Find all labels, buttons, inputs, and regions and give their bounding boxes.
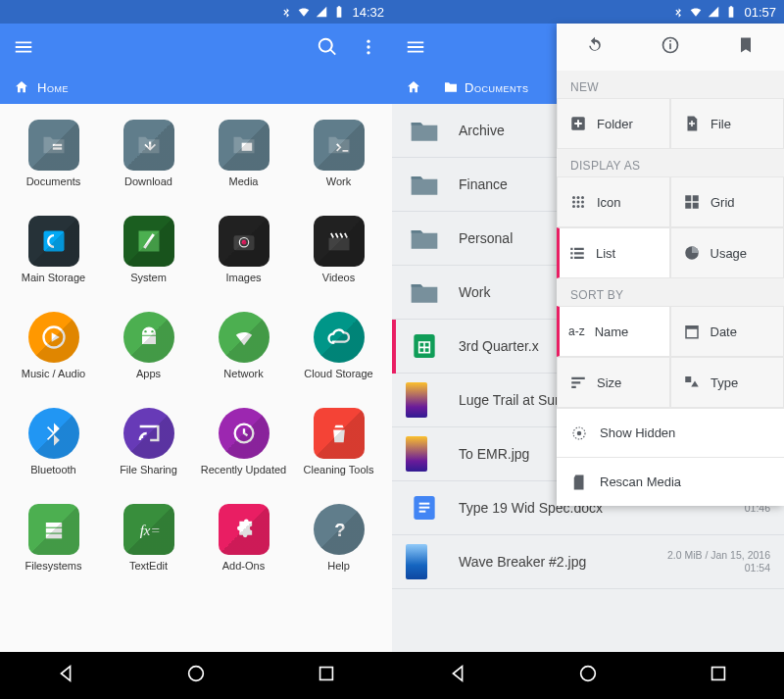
trash-icon (314, 408, 365, 459)
grid-label: Cleaning Tools (304, 464, 374, 475)
grid-label: Apps (136, 368, 161, 379)
grid-item[interactable]: Bluetooth (6, 402, 101, 498)
svg-rect-12 (328, 238, 349, 251)
svg-point-9 (239, 238, 248, 247)
size-icon (569, 374, 587, 391)
svg-rect-50 (570, 248, 572, 250)
grid-item[interactable]: Network (196, 306, 291, 402)
grid-item[interactable]: Apps (101, 306, 196, 402)
signal-icon (707, 5, 720, 19)
overflow-button[interactable] (357, 35, 380, 59)
menu-display-list[interactable]: List (557, 227, 670, 278)
play-icon (28, 312, 79, 363)
download-icon (123, 120, 174, 171)
grid-item[interactable]: Cloud Storage (291, 306, 386, 402)
grid-item[interactable]: Download (101, 114, 196, 210)
grid-item[interactable]: Media (196, 114, 291, 210)
svg-point-15 (144, 330, 146, 332)
menu-new-folder[interactable]: Folder (557, 98, 670, 149)
svg-point-39 (581, 196, 584, 199)
battery-icon (724, 5, 738, 19)
svg-point-43 (572, 205, 575, 208)
nav-recent[interactable] (316, 663, 337, 688)
grid-item[interactable]: ?Help (291, 498, 386, 594)
android-icon (123, 312, 174, 363)
grid-label: Download (124, 175, 172, 187)
nav-back[interactable] (55, 663, 76, 688)
bookmark-button[interactable] (736, 35, 756, 59)
menu-sort-date[interactable]: Date (670, 306, 785, 357)
svg-rect-48 (685, 203, 691, 209)
nav-recent[interactable] (708, 663, 729, 688)
cast-icon (123, 408, 174, 459)
svg-rect-29 (419, 507, 430, 509)
svg-rect-54 (570, 257, 572, 259)
breadcrumb-label: Documents (465, 80, 528, 95)
svg-point-16 (151, 330, 153, 332)
nav-home[interactable] (185, 663, 207, 688)
svg-rect-52 (570, 252, 572, 254)
list-item[interactable]: Wave Breaker #2.jpg2.0 MiB / Jan 15, 201… (392, 535, 784, 589)
svg-point-37 (572, 196, 575, 199)
status-bar: 14:32 (0, 0, 392, 24)
menu-rescan-media[interactable]: Rescan Media (557, 457, 784, 506)
menu-display-usage[interactable]: Usage (670, 227, 785, 278)
grid-item[interactable]: Filesystems (6, 498, 101, 594)
app-bar (0, 24, 392, 71)
grid-item[interactable]: fx=TextEdit (101, 498, 196, 594)
grid-item[interactable]: Music / Audio (6, 306, 101, 402)
menu-display-grid[interactable]: Grid (670, 176, 784, 227)
menu-display-icon[interactable]: Icon (557, 176, 670, 227)
menu-sort-name[interactable]: a-z Name (557, 306, 670, 357)
grid-item[interactable]: System (101, 210, 196, 306)
menu-new-file[interactable]: File (670, 98, 784, 149)
doc-icon (28, 120, 79, 171)
breadcrumb-label: Home (37, 80, 69, 95)
grid-item[interactable]: Add-Ons (196, 498, 291, 594)
hamburger-button[interactable] (12, 35, 35, 59)
grid-item[interactable]: Work (291, 114, 386, 210)
clapper-icon (314, 216, 365, 267)
svg-rect-30 (419, 511, 426, 513)
menu-sort-size[interactable]: Size (557, 357, 670, 408)
android-navbar (0, 652, 392, 699)
grid-item[interactable]: Cleaning Tools (291, 402, 386, 498)
svg-point-44 (577, 205, 580, 208)
svg-rect-55 (574, 257, 584, 259)
svg-point-0 (367, 40, 369, 43)
file-thumb (406, 115, 443, 146)
svg-rect-46 (685, 195, 691, 201)
menu-section-sort: SORT BY (557, 278, 784, 306)
grid-item[interactable]: Videos (291, 210, 386, 306)
info-button[interactable] (661, 35, 680, 59)
refresh-button[interactable] (585, 35, 605, 59)
search-button[interactable] (316, 35, 339, 59)
grid-item[interactable]: Recently Updated (196, 402, 291, 498)
menu-section-display: DISPLAY AS (557, 149, 784, 176)
grid-label: Cloud Storage (304, 368, 372, 379)
az-icon: a-z (568, 325, 585, 338)
camera-icon (219, 216, 270, 267)
svg-point-41 (577, 201, 580, 204)
grid-label: System (130, 272, 167, 283)
menu-sort-type[interactable]: Type (670, 357, 784, 408)
menu-show-hidden[interactable]: Show Hidden (557, 408, 784, 457)
svg-rect-32 (712, 668, 725, 680)
folder-icon (443, 79, 459, 95)
svg-point-64 (577, 430, 582, 435)
puzzle-icon (219, 504, 270, 555)
add-file-icon (683, 115, 701, 132)
svg-point-40 (572, 201, 575, 204)
bluetooth-icon (671, 5, 685, 19)
grid-item[interactable]: Main Storage (6, 210, 101, 306)
grid-item[interactable]: Documents (6, 114, 101, 210)
nav-back[interactable] (447, 663, 468, 688)
grid-item[interactable]: Images (196, 210, 291, 306)
svg-rect-7 (138, 231, 159, 252)
nav-home[interactable] (577, 663, 599, 688)
hamburger-button[interactable] (404, 35, 427, 59)
grid-label: Documents (26, 175, 81, 187)
breadcrumb[interactable]: Home (0, 71, 392, 104)
grid-label: Network (223, 368, 263, 379)
grid-item[interactable]: File Sharing (101, 402, 196, 498)
